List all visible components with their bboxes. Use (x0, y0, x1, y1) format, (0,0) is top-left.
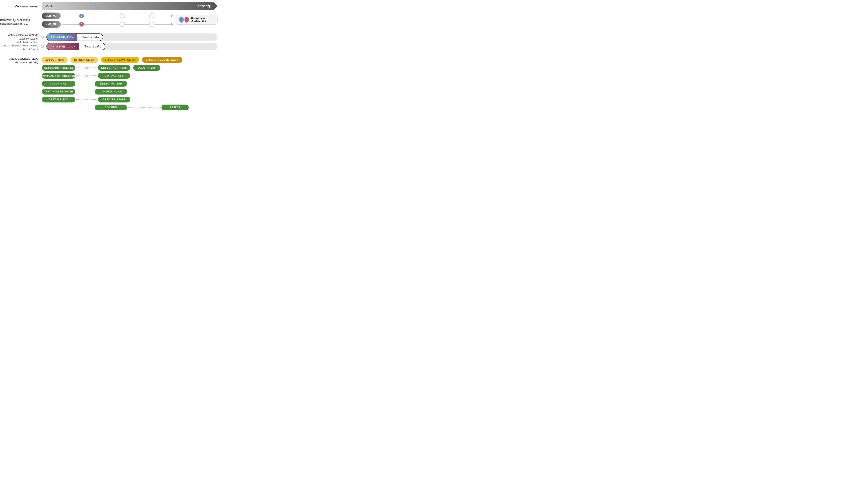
row-virtual-key: VIRTUAL_KEY_RELEASE Pair VIRTUAL_KEY (42, 73, 218, 78)
pair2-text: Pair (85, 74, 89, 77)
haptic-cont-section: Haptic Constants (amplitude varies by sc… (0, 33, 218, 52)
legend-dot-blue (179, 17, 184, 23)
primitive-tick-left: PRIMITIVE_TICK (47, 34, 78, 40)
pair1-text: Pair (85, 66, 89, 69)
primitive-click-right: float scale (79, 43, 105, 50)
effects-top-row: EFFECT_TICK EFFECT_CLICK EFFECT_HEAVY_CL… (42, 57, 218, 63)
primitive-tick-right: float scale (77, 34, 103, 40)
pair3-text: Pair (85, 98, 89, 101)
primitive-tick-track: PRIMITIVE_TICK float scale (46, 33, 218, 41)
hal-h1-handle[interactable]: S (79, 22, 84, 27)
keyboard-tap-pill[interactable]: KEYBOARD_TAP (95, 81, 127, 87)
energy-bar: Weak Strong (42, 2, 218, 10)
pair3-line (76, 99, 85, 100)
pair4-connector: Pair (128, 106, 161, 109)
hal-h1-track: S (62, 24, 172, 25)
waveform-label: Waveform by continuous amplitude scale i… (0, 12, 42, 31)
hal-h1-circle2[interactable] (149, 22, 154, 27)
effect-tick-pill[interactable]: EFFECT_TICK (42, 57, 67, 63)
hal-h0-handle[interactable]: S (79, 13, 84, 19)
row-gesture: GESTURE_END Pair GESTURE_START (42, 97, 218, 102)
radio-dot-tick[interactable] (41, 36, 44, 39)
effects-body: KEYBOARD_RELEASE Pair KEYBOARD_PRESS LON… (42, 65, 218, 110)
radio-dot-click[interactable] (41, 45, 44, 48)
effect-double-click-pill[interactable]: EFFECT_DOUBLE_CLICK (142, 57, 182, 63)
composed-legend-area: Composed double click (176, 14, 218, 25)
pair3-connector: Pair (76, 98, 97, 101)
hal-h0-circle1[interactable] (120, 13, 125, 19)
pair2-connector: Pair (76, 74, 97, 77)
hal-h1-slider: S (62, 21, 172, 28)
hal-h1-circle1[interactable] (120, 22, 125, 27)
virtual-key-pill[interactable]: VIRTUAL_KEY (98, 73, 130, 78)
pair3-line2 (89, 99, 97, 100)
reject-pill[interactable]: REJECT (161, 104, 189, 110)
hal-h1-pill: HAL_H1 (42, 21, 61, 28)
confirm-pill[interactable]: CONFIRM (95, 104, 127, 110)
long-press-pill[interactable]: LONG_PRESS (133, 65, 160, 71)
energy-weak-label: Weak (45, 4, 53, 8)
text-handle-move-pill[interactable]: TEXT_HANDLE_MOVE (42, 89, 75, 95)
primitive-tick-row: PRIMITIVE_TICK float scale (42, 33, 218, 41)
primitive-click-track: PRIMITIVE_CLICK float scale (46, 43, 218, 50)
effects-section: Haptic Constants (static discrete amplit… (0, 57, 218, 110)
effect-click-pill[interactable]: EFFECT_CLICK (70, 57, 98, 63)
long-press-area: LONG_PRESS (133, 65, 160, 71)
pair2-line2 (89, 75, 97, 76)
row-confirm-reject: CONFIRM Pair REJECT (42, 104, 218, 110)
gesture-start-pill[interactable]: GESTURE_START (98, 97, 130, 102)
clock-tick-pill[interactable]: CLOCK_TICK (42, 81, 75, 87)
hal-h0-pill: HAL_H0 (42, 12, 61, 19)
hal-h1-row: HAL_H1 S (42, 21, 172, 28)
row-clock-keyboard-tap: CLOCK_TICK KEYBOARD_TAP (42, 81, 218, 87)
row-text-context: TEXT_HANDLE_MOVE CONTEXT_CLICK (42, 89, 218, 95)
pair1-connector: Pair (76, 66, 97, 69)
keyboard-release-pill[interactable]: KEYBOARD_RELEASE (42, 65, 75, 71)
row-keyboard: KEYBOARD_RELEASE Pair KEYBOARD_PRESS LON… (42, 65, 218, 71)
primitive-click-pill[interactable]: PRIMITIVE_CLICK float scale (46, 43, 105, 50)
composed-legend: Composed double click (176, 14, 218, 25)
virtual-key-release-pill[interactable]: VIRTUAL_KEY_RELEASE (42, 73, 75, 78)
effects-label: Haptic Constants (static discrete amplit… (0, 57, 42, 64)
haptic-cont-label: Haptic Constants (amplitude varies by sc… (0, 33, 42, 51)
energy-strong-label: Strong (198, 4, 210, 8)
primitive-tick-pill[interactable]: PRIMITIVE_TICK float scale (46, 33, 103, 41)
hal-h0-row: HAL_H0 S (42, 12, 172, 19)
energy-bar-wrap: Weak Strong (42, 2, 218, 10)
effects-grid: EFFECT_TICK EFFECT_CLICK EFFECT_HEAVY_CL… (42, 57, 218, 110)
effect-heavy-click-pill[interactable]: EFFECT_HEAVY_CLICK (101, 57, 139, 63)
composed-legend-text: Composed double click (191, 17, 214, 23)
main-container: Conceptual energy Weak Strong Waveform b… (0, 0, 218, 112)
hal-h0-slider: S (62, 12, 172, 19)
gesture-end-pill[interactable]: GESTURE_END (42, 97, 75, 102)
primitive-click-row: PRIMITIVE_CLICK float scale (42, 43, 218, 50)
hal-h0-track: S (62, 16, 172, 16)
legend-dot-pink (184, 17, 189, 23)
energy-label: Conceptual energy (0, 5, 42, 8)
hal-h0-circle2[interactable] (149, 13, 154, 19)
keyboard-press-pill[interactable]: KEYBOARD_PRESS (98, 65, 130, 71)
primitive-click-left: PRIMITIVE_CLICK (47, 43, 79, 50)
context-click-pill[interactable]: CONTEXT_CLICK (95, 89, 127, 95)
haptic-cont-rows: PRIMITIVE_TICK float scale PRIMITIVE_CLI… (42, 33, 218, 52)
energy-section: Conceptual energy Weak Strong (0, 2, 218, 10)
separator (3, 54, 214, 54)
pair4-text: Pair (142, 106, 147, 109)
pair2-line (76, 75, 85, 76)
